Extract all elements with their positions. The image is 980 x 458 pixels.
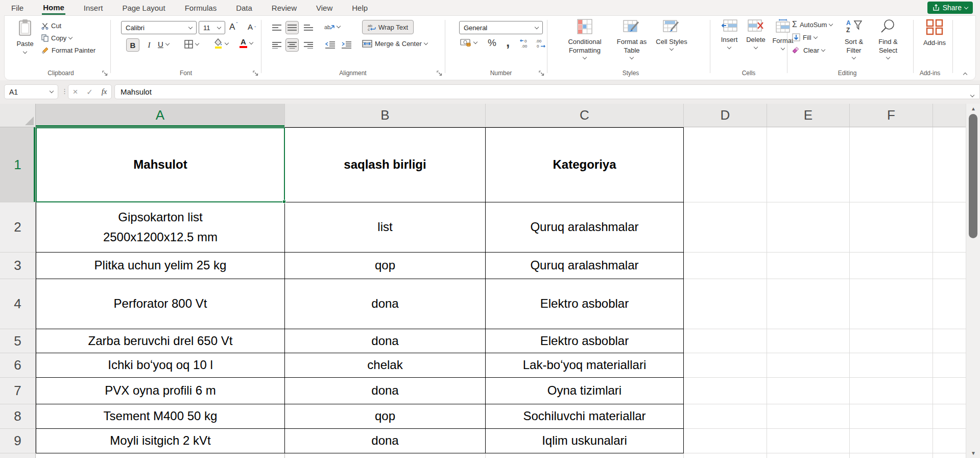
font-size-select[interactable]: 11 xyxy=(199,21,225,34)
cell-E2[interactable] xyxy=(767,202,850,253)
format-as-table-button[interactable]: Format as Table xyxy=(611,19,652,76)
row-header-5[interactable]: 5 xyxy=(0,329,36,353)
underline-button[interactable]: U xyxy=(158,40,169,49)
cell-D5[interactable] xyxy=(684,329,767,353)
cell-C2[interactable]: Quruq aralashmalar xyxy=(486,202,684,253)
cell-B5[interactable]: dona xyxy=(285,329,486,353)
paste-button[interactable]: Paste xyxy=(12,19,38,76)
cell-A9[interactable]: Moyli isitgich 2 kVt xyxy=(36,429,285,453)
cell-F2[interactable] xyxy=(850,202,933,253)
column-header-b[interactable]: B xyxy=(285,104,486,127)
cell-F1[interactable] xyxy=(850,127,933,202)
cell-C9[interactable]: Iqlim uskunalari xyxy=(486,429,684,453)
format-painter-button[interactable]: Format Painter xyxy=(41,47,95,54)
cell-B7[interactable]: dona xyxy=(285,378,486,404)
column-header-e[interactable]: E xyxy=(767,104,850,127)
cell-D6[interactable] xyxy=(684,353,767,378)
column-header-c[interactable]: C xyxy=(486,104,684,127)
font-dialog-launcher[interactable] xyxy=(252,70,259,77)
conditional-formatting-button[interactable]: Conditional Formatting xyxy=(560,19,609,76)
fill-color-button[interactable] xyxy=(214,38,228,49)
cell-D9[interactable] xyxy=(684,429,767,453)
collapse-ribbon-button[interactable] xyxy=(964,69,967,78)
cancel-icon[interactable]: × xyxy=(73,87,78,97)
cell-E9[interactable] xyxy=(767,429,850,453)
cell-styles-button[interactable]: Cell Styles xyxy=(654,19,689,76)
delete-cells-button[interactable]: Delete xyxy=(743,19,769,76)
cell-C4[interactable]: Elektro asboblar xyxy=(486,279,684,329)
cell-E3[interactable] xyxy=(767,253,850,279)
cell-C3[interactable]: Quruq aralashmalar xyxy=(486,253,684,279)
cell-F5[interactable] xyxy=(850,329,933,353)
alignment-dialog-launcher[interactable] xyxy=(436,70,443,77)
cell-E8[interactable] xyxy=(767,404,850,429)
cell-E5[interactable] xyxy=(767,329,850,353)
italic-button[interactable]: I xyxy=(142,38,156,52)
cell-D4[interactable] xyxy=(684,279,767,329)
cell-C5[interactable]: Elektro asboblar xyxy=(486,329,684,353)
cell-B6[interactable]: chelak xyxy=(285,353,486,378)
row-header-8[interactable]: 8 xyxy=(0,404,36,429)
row-header-2[interactable]: 2 xyxy=(0,202,36,253)
cell-F9[interactable] xyxy=(850,429,933,453)
decrease-decimal-button[interactable]: .000 xyxy=(535,38,546,49)
comma-style-button[interactable]: , xyxy=(506,34,510,50)
cell-F4[interactable] xyxy=(850,279,933,329)
enter-icon[interactable]: ✓ xyxy=(86,87,93,97)
decrease-font-size-button[interactable]: Aˇ xyxy=(248,22,256,32)
increase-decimal-button[interactable]: 0.00 xyxy=(519,38,531,49)
tab-file[interactable]: File xyxy=(10,2,25,14)
center-button[interactable] xyxy=(285,38,299,52)
sort-filter-button[interactable]: AZ Sort & Filter xyxy=(838,19,870,76)
cell-D3[interactable] xyxy=(684,253,767,279)
cell-B4[interactable]: dona xyxy=(285,279,486,329)
fill-button[interactable]: Fill xyxy=(792,33,817,41)
increase-indent-button[interactable] xyxy=(340,38,353,52)
borders-button[interactable] xyxy=(184,40,199,49)
tab-insert[interactable]: Insert xyxy=(83,2,104,14)
accounting-format-button[interactable] xyxy=(460,38,477,47)
select-all-corner[interactable] xyxy=(0,104,36,127)
tab-formulas[interactable]: Formulas xyxy=(184,2,218,14)
copy-button[interactable]: Copy xyxy=(41,34,72,42)
column-header-a[interactable]: A xyxy=(36,104,285,127)
cell-F8[interactable] xyxy=(850,404,933,429)
scrollbar-thumb[interactable] xyxy=(969,114,977,238)
merge-center-button[interactable]: Merge & Center xyxy=(362,40,427,48)
clipboard-dialog-launcher[interactable] xyxy=(102,70,109,77)
top-align-button[interactable] xyxy=(270,21,283,34)
cell-C6[interactable]: Lak-boʻyoq materiallari xyxy=(486,353,684,378)
cell-E1[interactable] xyxy=(767,127,850,202)
column-header-f[interactable]: F xyxy=(850,104,933,127)
clear-button[interactable]: Clear xyxy=(792,47,825,54)
cell-A5[interactable]: Zarba beruvchi drel 650 Vt xyxy=(36,329,285,353)
cell-E6[interactable] xyxy=(767,353,850,378)
formula-input[interactable]: Mahsulot xyxy=(114,84,980,99)
scroll-down-icon[interactable]: ▼ xyxy=(966,450,980,456)
insert-function-icon[interactable]: fx xyxy=(102,87,107,96)
cell-A6[interactable]: Ichki boʻyoq oq 10 l xyxy=(36,353,285,378)
cell-B9[interactable]: dona xyxy=(285,429,486,453)
cell-B3[interactable]: qop xyxy=(285,253,486,279)
cell-A2[interactable]: Gipsokarton list 2500x1200x12.5 mm xyxy=(36,202,285,253)
cell-A4[interactable]: Perforator 800 Vt xyxy=(36,279,285,329)
tab-view[interactable]: View xyxy=(315,2,333,14)
align-right-button[interactable] xyxy=(302,38,315,52)
cell-F6[interactable] xyxy=(850,353,933,378)
tab-review[interactable]: Review xyxy=(271,2,298,14)
insert-cells-button[interactable]: Insert xyxy=(718,19,741,76)
row-header-6[interactable]: 6 xyxy=(0,353,36,378)
cell-D1[interactable] xyxy=(684,127,767,202)
name-box[interactable]: A1 xyxy=(4,84,58,99)
bold-button[interactable]: B xyxy=(126,38,139,52)
cell-B1[interactable]: saqlash birligi xyxy=(285,127,486,202)
add-ins-button[interactable]: Add-ins xyxy=(919,19,950,76)
wrap-text-button[interactable]: abc Wrap Text xyxy=(362,20,414,34)
middle-align-button[interactable] xyxy=(285,21,299,34)
find-select-button[interactable]: Find & Select xyxy=(872,19,904,76)
cell-C1[interactable]: Kategoriya xyxy=(486,127,684,202)
align-left-button[interactable] xyxy=(270,38,283,52)
autosum-button[interactable]: Σ AutoSum xyxy=(792,20,832,29)
cell-E7[interactable] xyxy=(767,378,850,404)
increase-font-size-button[interactable]: Aˆ xyxy=(229,22,238,32)
